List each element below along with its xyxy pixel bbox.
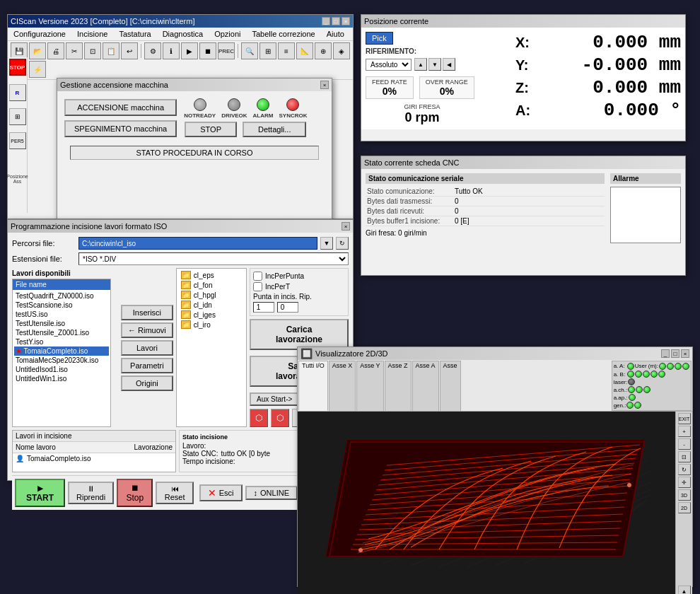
ref-btn2[interactable]: ▼ [428,58,441,71]
tab-asse-a[interactable]: Asse A [412,361,439,411]
punta-input-2[interactable] [277,302,298,313]
tree-cl-fon[interactable]: 📁 cl_fon [178,280,245,290]
close-btn[interactable]: × [342,17,350,25]
viz-maximize-btn[interactable]: □ [671,349,679,358]
sidebar-btn-r[interactable]: R [9,84,26,101]
viz-fit-btn[interactable]: ⊡ [678,451,691,462]
pick-btn[interactable]: Pick [366,32,393,45]
check-incpert[interactable] [253,282,262,291]
toolbar-btn2[interactable]: ⏹ [199,42,216,59]
viz-exit-btn[interactable]: EXIT [678,413,691,424]
start-btn[interactable]: ▶ START [15,479,65,507]
viz-close-btn[interactable]: × [681,349,689,358]
origini-btn[interactable]: Origini [121,375,173,391]
toolbar-zoom[interactable]: 🔍 [241,42,258,59]
sidebar-btn-per5[interactable]: PER5 [9,132,26,149]
toolbar-more1[interactable]: ◈ [333,42,350,59]
toolbar-grid[interactable]: ⊞ [259,42,276,59]
stop-prog-btn[interactable]: ⏹ Stop [117,479,153,507]
file-item-9[interactable]: UntitledWin1.iso [14,374,109,383]
viz-zoom-out-btn[interactable]: - [678,438,691,450]
file-item-3[interactable]: TestUtensile.iso [14,319,109,328]
punta-input-1[interactable] [253,302,274,313]
riprendi-btn[interactable]: ⏸ Riprendi [68,482,114,504]
viz-2d-btn[interactable]: 2D [678,502,691,513]
toolbar-layers[interactable]: ≡ [278,42,295,59]
menu-tabelle[interactable]: Tabelle correzione [249,29,317,39]
viz-pan-btn[interactable]: ✛ [678,477,691,488]
menu-opzioni[interactable]: Opzioni [211,29,243,39]
toolbar-more3[interactable]: ⚡ [29,61,46,78]
reset-btn[interactable]: ⏮ Reset [156,482,193,504]
toolbar-settings[interactable]: ⚙ [144,42,161,59]
toolbar-print[interactable]: 🖨 [47,42,64,59]
toolbar-btn1[interactable]: ▶ [181,42,198,59]
prog-close-btn[interactable]: × [342,222,350,231]
check-incperpunta[interactable] [253,272,262,281]
dettagli-btn[interactable]: Dettagli... [243,122,306,137]
tab-asse-x[interactable]: Asse X [329,361,356,411]
ref-btn3[interactable]: ◀ [443,58,455,71]
percorsi-browse-btn[interactable]: ▼ [320,237,333,250]
tab-asse-y[interactable]: Asse Y [356,361,383,411]
file-item-5[interactable]: TestY.iso [14,337,109,346]
ref-btn1[interactable]: ▲ [414,58,427,71]
tree-cl-iro[interactable]: 📁 cl_iro [178,320,245,330]
tab-asse-z[interactable]: Asse Z [385,361,412,411]
viz-minimize-btn[interactable]: _ [661,349,670,358]
esci-btn[interactable]: ✕ Esci [199,484,243,501]
tree-cl-idn[interactable]: 📁 cl_idn [178,300,245,310]
file-item-8[interactable]: UntitledIsod1.iso [14,365,109,374]
toolbar-btn3[interactable]: PREC [218,42,235,59]
tab-tutti-io[interactable]: Tutti I/O [298,361,328,411]
menu-diagnostica[interactable]: Diagnostica [160,29,206,39]
toolbar-copy[interactable]: ⊡ [84,42,101,59]
sidebar-btn-axes[interactable]: ⊞ [9,108,26,125]
menu-aiuto[interactable]: Aiuto [324,29,347,39]
acc-close-btn[interactable]: × [320,81,329,89]
file-item-4[interactable]: TestUtensile_Z0001.iso [14,328,109,337]
accensione-btn[interactable]: ACCENSIONE macchina [64,99,177,116]
inserisci-btn[interactable]: Inserisci [121,305,173,320]
toolbar-measure[interactable]: 📐 [296,42,313,59]
maximize-btn[interactable]: □ [332,17,340,25]
tree-cl-hpgl[interactable]: 📁 cl_hpgl [178,290,245,300]
img-btn-1[interactable]: ⬡ [250,409,268,427]
toolbar-cut[interactable]: ✂ [66,42,83,59]
tree-cl-iges[interactable]: 📁 cl_iges [178,310,245,320]
riferimento-select[interactable]: Assoluto [366,59,412,71]
percorsi-input[interactable] [78,237,317,250]
toolbar-undo[interactable]: ↩ [121,42,138,59]
toolbar-paste[interactable]: 📋 [103,42,119,59]
carica-btn[interactable]: Caricalavorazione [250,319,349,350]
img-btn-2[interactable]: ⬡ [271,409,289,427]
toolbar-point[interactable]: ⊕ [315,42,332,59]
viz-3d-btn[interactable]: 3D [678,489,691,501]
rimuovi-btn[interactable]: ← Rimuovi [121,322,173,338]
toolbar-info[interactable]: ℹ [163,42,180,59]
file-item-7[interactable]: TomaiaMecSpe20230k.iso [14,356,109,365]
lavori-btn[interactable]: Lavori [121,340,173,356]
estensioni-select[interactable]: *ISO *.DIV [78,252,349,265]
menu-incisione[interactable]: Incisione [74,29,110,39]
menu-tastatura[interactable]: Tastatura [116,29,153,39]
file-item-6[interactable]: TomaiaCompleto.iso [14,346,109,356]
file-item-0[interactable]: TestQuadrift_ZN0000.iso [14,291,109,301]
file-item-1[interactable]: TestScansione.iso [14,301,109,310]
gestione-stop-btn[interactable]: STOP [185,122,237,137]
percorsi-refresh-btn[interactable]: ↻ [336,237,349,250]
online-btn[interactable]: ↕ ONLINE [245,486,298,500]
minimize-btn[interactable]: _ [322,17,330,25]
parametri-btn[interactable]: Parametri [121,358,173,373]
aux-start-btn[interactable]: Aux Start-> [250,392,299,406]
stop-big-btn[interactable]: STOP [9,59,26,76]
spegnimento-btn[interactable]: SPEGNIMENTO macchina [64,120,177,137]
menu-configurazione[interactable]: Configurazione [11,29,69,39]
toolbar-open[interactable]: 📂 [29,42,46,59]
viz-zoom-in-btn[interactable]: + [678,426,691,437]
tree-cl-eps[interactable]: 📁 cl_eps [178,270,245,280]
tab-asse[interactable]: Asse [440,361,461,411]
file-item-2[interactable]: testUS.iso [14,310,109,319]
viz-rotate-btn[interactable]: ↻ [678,464,691,475]
viz-scroll-up[interactable]: ▲ [678,586,691,594]
